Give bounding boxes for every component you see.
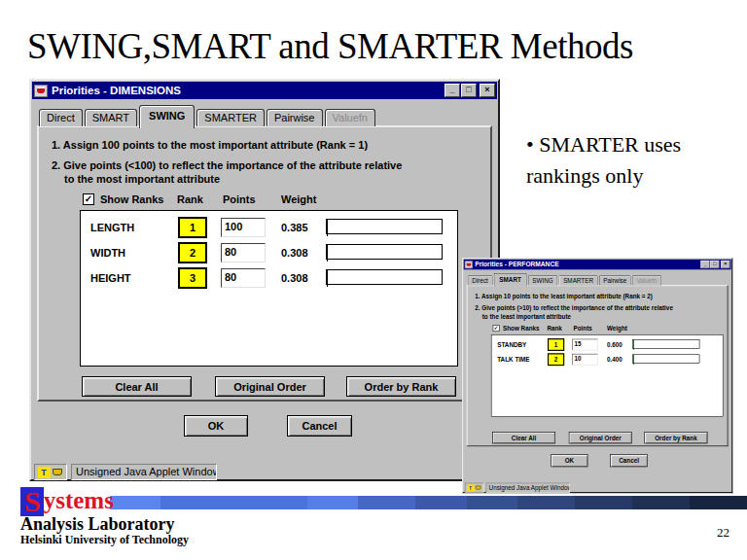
rank-box[interactable]: 2	[178, 242, 207, 263]
weight-value: 0.308	[281, 247, 308, 259]
rank-box[interactable]: 1	[548, 338, 564, 351]
tab-bar: DirectSMARTSWINGSMARTERPairwiseValuefn	[39, 105, 377, 125]
cancel-button[interactable]: Cancel	[610, 454, 648, 467]
tab-direct[interactable]: Direct	[39, 109, 83, 126]
clear-all-button[interactable]: Clear All	[82, 376, 192, 397]
rank-box[interactable]: 3	[178, 267, 207, 289]
tab-smarter[interactable]: SMARTER	[196, 109, 265, 126]
rank-box[interactable]: 1	[178, 217, 207, 238]
points-input[interactable]: 15	[572, 339, 597, 351]
tab-direct-perf[interactable]: Direct	[468, 275, 493, 286]
attribute-label: LENGTH	[90, 222, 134, 233]
attribute-label: HEIGHT	[90, 272, 131, 284]
original-order-button[interactable]: Original Order	[215, 376, 325, 397]
java-console-icon: T	[38, 467, 51, 478]
column-header-rank: Rank	[177, 193, 203, 205]
logo-systems: Systems	[20, 487, 114, 516]
status-icons: T	[34, 464, 67, 480]
logo-university: Helsinki University of Technology	[20, 533, 189, 547]
rank-box[interactable]: 2	[548, 353, 564, 366]
table-row: STANDBY 1 15 0.600	[491, 338, 722, 353]
instruction-1: 1. Assign 100 points to the most importa…	[52, 139, 368, 151]
tab-smart[interactable]: SMART	[85, 109, 137, 126]
tab-swing[interactable]: SWING	[139, 105, 195, 128]
logo-s-box: S	[20, 487, 44, 516]
titlebar[interactable]: Priorities - PERFORMANCE _ □ ×	[464, 260, 731, 270]
weight-value: 0.600	[607, 341, 622, 348]
show-ranks-label: Show Ranks	[100, 193, 163, 205]
status-icons: T	[465, 483, 484, 493]
weight-bar-fill	[327, 270, 328, 287]
ok-button[interactable]: OK	[551, 454, 587, 467]
attribute-label: STANDBY	[497, 341, 526, 348]
instruction-2-cont: to the least important attribute	[482, 313, 571, 320]
points-input[interactable]: 80	[221, 243, 266, 262]
table-row: TALK TIME 2 10 0.400	[491, 353, 722, 368]
close-button[interactable]: ×	[480, 84, 495, 97]
tab-valuefn-perf: Valuefn	[632, 275, 661, 286]
cancel-button[interactable]: Cancel	[287, 415, 352, 437]
clear-all-button[interactable]: Clear All	[492, 432, 555, 443]
maximize-button[interactable]: □	[710, 261, 719, 268]
column-header-rank: Rank	[547, 325, 561, 332]
weight-bar	[326, 269, 443, 285]
window-priorities-dimensions: Priorities - DIMENSIONS _ □ × DirectSMAR…	[29, 79, 500, 481]
weight-bar	[632, 354, 699, 363]
coffee-cup-icon	[34, 85, 48, 97]
java-console-icon: T	[467, 484, 474, 491]
status-bar: T Unsigned Java Applet Window	[34, 463, 496, 482]
instruction-2: 2. Give points (>10) to reflect the impo…	[475, 305, 673, 312]
points-input[interactable]: 100	[221, 218, 266, 237]
footer-gradient-bar	[110, 496, 747, 509]
original-order-button[interactable]: Original Order	[569, 432, 632, 443]
show-ranks-checkbox[interactable]: ✓	[83, 193, 94, 205]
weight-bar-fill	[327, 220, 328, 236]
maximize-button[interactable]: □	[461, 84, 477, 97]
weight-bar	[326, 244, 443, 260]
tab-swing-perf[interactable]: SWING	[528, 275, 558, 286]
status-text: Unsigned Java Applet Window	[71, 464, 217, 480]
attributes-table: STANDBY 1 15 0.600 TALK TIME 2 10 0.400	[491, 334, 724, 417]
weight-value: 0.385	[281, 222, 308, 233]
tab-pairwise-perf[interactable]: Pairwise	[599, 275, 631, 286]
coffee-cup-icon	[465, 261, 473, 268]
instruction-2: 2. Give points (<100) to reflect the imp…	[52, 159, 402, 171]
points-input[interactable]: 10	[572, 354, 597, 366]
tab-smart-perf[interactable]: SMART	[494, 273, 527, 287]
attribute-label: WIDTH	[90, 247, 125, 259]
titlebar[interactable]: Priorities - DIMENSIONS _ □ ×	[32, 82, 497, 99]
column-header-weight: Weight	[607, 325, 627, 332]
tab-content-panel: 1. Assign 10 points to the least importa…	[467, 285, 729, 446]
status-bar: T Unsigned Java Applet Window	[465, 482, 730, 494]
weight-bar	[632, 339, 699, 348]
table-row: WIDTH 2 80 0.308	[81, 242, 457, 267]
bullet-smarter-note: • SMARTER uses rankings only	[526, 129, 716, 192]
close-button[interactable]: ×	[721, 261, 729, 268]
tab-bar: DirectSMARTSWINGSMARTERPairwiseValuefn	[468, 273, 663, 285]
ok-button[interactable]: OK	[184, 415, 248, 437]
minimize-button[interactable]: _	[701, 261, 710, 268]
attribute-label: TALK TIME	[497, 356, 529, 363]
show-ranks-checkbox[interactable]: ✓	[493, 325, 500, 332]
weight-bar	[326, 219, 443, 234]
tab-smarter-perf[interactable]: SMARTER	[559, 275, 598, 286]
weight-value: 0.308	[281, 272, 308, 284]
minimize-button[interactable]: _	[445, 84, 460, 97]
tab-valuefn: Valuefn	[325, 109, 376, 126]
tab-pairwise[interactable]: Pairwise	[267, 109, 323, 126]
order-by-rank-button[interactable]: Order by Rank	[644, 432, 707, 443]
attributes-table: LENGTH 1 100 0.385 WIDTH 2 80 0.308 HEIG…	[80, 210, 458, 367]
status-text: Unsigned Java Applet Window	[486, 483, 570, 493]
tab-content-panel: 1. Assign 100 points to the most importa…	[37, 125, 492, 402]
instruction-2-cont: to the most important attribute	[64, 173, 220, 185]
instruction-1: 1. Assign 10 points to the least importa…	[475, 293, 653, 299]
java-cup-icon	[52, 467, 64, 478]
points-input[interactable]: 80	[221, 268, 266, 288]
column-header-weight: Weight	[281, 193, 316, 205]
logo-systems-rest: ystems	[44, 487, 114, 513]
weight-value: 0.400	[607, 356, 622, 363]
order-by-rank-button[interactable]: Order by Rank	[346, 376, 456, 397]
window-title: Priorities - PERFORMANCE	[475, 262, 700, 268]
page-number: 22	[717, 525, 729, 541]
column-header-points: Points	[223, 193, 256, 205]
